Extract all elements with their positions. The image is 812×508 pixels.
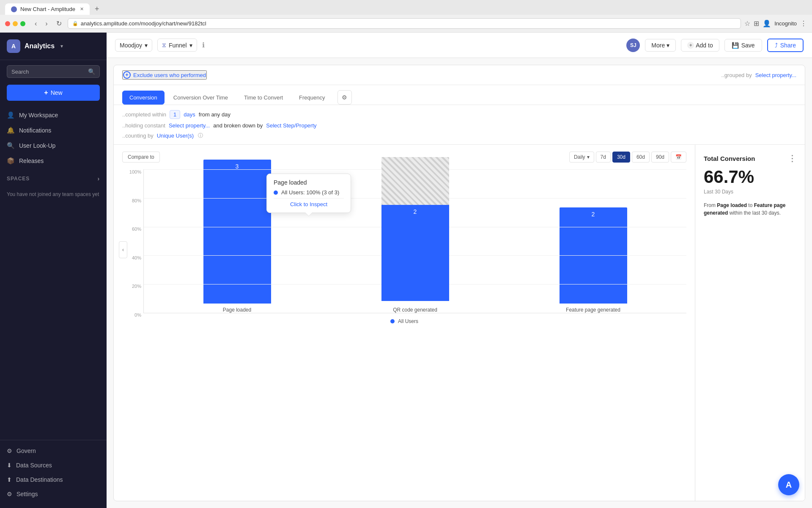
- select-property-button[interactable]: Select property...: [755, 72, 796, 78]
- exclude-label: Exclude users who performed: [133, 72, 206, 78]
- compare-to-button[interactable]: Compare to: [122, 152, 160, 163]
- app-name-chevron-icon[interactable]: ▾: [60, 43, 63, 49]
- calendar-button[interactable]: 📅: [671, 152, 686, 163]
- period-7d[interactable]: 7d: [596, 152, 611, 163]
- broken-down-label: and broken down by: [213, 122, 263, 129]
- period-90d[interactable]: 90d: [651, 152, 669, 163]
- bar-label-feature-page: Feature page generated: [566, 307, 620, 313]
- search-placeholder: Search: [11, 69, 85, 75]
- bar-label-qr-code: QR code generated: [393, 307, 437, 313]
- avatar[interactable]: SJ: [626, 39, 640, 52]
- bookmark-button[interactable]: ☆: [744, 19, 750, 28]
- unique-users-label[interactable]: Unique User(s): [157, 133, 194, 139]
- more-chevron-icon: ▾: [667, 42, 669, 49]
- sidebar-item-settings[interactable]: ⚙ Settings: [0, 487, 107, 501]
- profile-button[interactable]: 👤: [763, 19, 771, 28]
- save-label: Save: [741, 42, 755, 49]
- share-button[interactable]: ⤴ Share: [767, 39, 804, 52]
- bar-qr-solid[interactable]: 2: [381, 205, 449, 301]
- bar-page-loaded[interactable]: 3: [203, 160, 271, 304]
- new-tab-button[interactable]: +: [91, 5, 103, 14]
- save-button[interactable]: 💾 Save: [724, 39, 762, 52]
- holding-constant-select[interactable]: Select property...: [169, 122, 210, 129]
- bar-label-page-loaded: Page loaded: [223, 307, 251, 313]
- grouped-by-section: ..grouped by Select property...: [721, 72, 796, 78]
- main-content: Moodjoy ▾ ⧖ Funnel ▾ ℹ SJ More ▾ + Add t…: [107, 33, 812, 508]
- toolbar: Moodjoy ▾ ⧖ Funnel ▾ ℹ SJ More ▾ + Add t…: [107, 33, 812, 58]
- exclude-button[interactable]: + Exclude users who performed: [122, 70, 207, 80]
- url-text: analytics.amplitude.com/moodjoy/chart/ne…: [81, 20, 206, 27]
- tab-frequency[interactable]: Frequency: [292, 91, 332, 105]
- daily-select[interactable]: Daily ▾: [569, 152, 594, 163]
- tab-conversion-over-time[interactable]: Conversion Over Time: [166, 91, 235, 105]
- conversion-percent: 66.7%: [704, 167, 796, 187]
- sidebar-item-label: Releases: [19, 157, 44, 164]
- tab-time-to-convert[interactable]: Time to Convert: [237, 91, 290, 105]
- menu-button[interactable]: ⋮: [800, 19, 807, 28]
- tooltip-inspect-button[interactable]: Click to Inspect: [274, 198, 344, 207]
- minimize-traffic-light[interactable]: [13, 21, 18, 26]
- info-button[interactable]: ℹ: [202, 41, 205, 49]
- filter-bar: + Exclude users who performed ..grouped …: [114, 65, 805, 85]
- tab-close-button[interactable]: ✕: [80, 6, 84, 12]
- sidebar-item-my-workspace[interactable]: 👤 My Workspace: [0, 108, 107, 123]
- chart-nav-left[interactable]: ‹: [119, 241, 127, 258]
- back-button[interactable]: ‹: [32, 19, 39, 28]
- plus-icon: +: [44, 89, 48, 97]
- workspace-icon: 👤: [7, 111, 15, 119]
- sidebar-item-user-lookup[interactable]: 🔍 User Look-Up: [0, 138, 107, 153]
- options-bar: ..completed within 1 days from any day .…: [114, 105, 805, 145]
- chart-type-button[interactable]: ⧖ Funnel ▾: [157, 39, 197, 52]
- add-to-button[interactable]: + Add to: [681, 39, 719, 52]
- project-button[interactable]: Moodjoy ▾: [115, 39, 152, 52]
- lock-icon: 🔒: [72, 21, 78, 26]
- conversion-description: From Page loaded to Feature page generat…: [704, 202, 796, 217]
- forward-button[interactable]: ›: [43, 19, 50, 28]
- fab-icon: A: [786, 480, 792, 490]
- days-value[interactable]: 1: [170, 110, 180, 119]
- days-label[interactable]: days: [184, 111, 195, 118]
- completed-within-row: ..completed within 1 days from any day: [122, 110, 796, 119]
- legend-dot: [390, 319, 395, 323]
- amplitude-fab[interactable]: A: [778, 474, 799, 495]
- browser-chrome: New Chart - Amplitude ✕ +: [0, 0, 812, 15]
- bar-chart: ‹ 100% 80% 60% 40% 20% 0%: [122, 169, 686, 330]
- spaces-empty-message: You have not joined any team spaces yet: [0, 185, 107, 203]
- data-sources-icon: ⬇: [7, 462, 12, 469]
- search-box[interactable]: Search 🔍: [7, 65, 100, 78]
- tooltip: Page loaded All Users: 100% (3 of 3) Cli…: [266, 174, 351, 213]
- step-property-select[interactable]: Select Step/Property: [266, 122, 316, 129]
- extensions-button[interactable]: ⊞: [754, 19, 759, 28]
- spaces-expand-icon[interactable]: ›: [97, 175, 100, 182]
- reload-button[interactable]: ↻: [54, 19, 64, 28]
- period-30d[interactable]: 30d: [612, 152, 630, 163]
- sidebar-item-govern[interactable]: ⚙ Govern: [0, 444, 107, 458]
- releases-icon: 📦: [7, 157, 15, 165]
- conversion-panel: Total Conversion ⋮ 66.7% Last 30 Days Fr…: [695, 145, 805, 501]
- sidebar-nav: 👤 My Workspace 🔔 Notifications 🔍 User Lo…: [0, 106, 107, 440]
- viz-area: Compare to Daily ▾ 7d 30d: [114, 145, 805, 501]
- tab-conversion[interactable]: Conversion: [122, 91, 165, 105]
- new-button[interactable]: + New: [7, 85, 100, 101]
- data-sources-label: Data Sources: [16, 462, 52, 469]
- amplitude-logo: A: [7, 39, 20, 53]
- sidebar-item-data-destinations[interactable]: ⬆ Data Destinations: [0, 472, 107, 487]
- y-label-80: 80%: [122, 198, 141, 203]
- sidebar-item-notifications[interactable]: 🔔 Notifications: [0, 123, 107, 138]
- close-traffic-light[interactable]: [5, 21, 10, 26]
- period-60d[interactable]: 60d: [632, 152, 650, 163]
- chart-left: Compare to Daily ▾ 7d 30d: [114, 145, 695, 501]
- bars-container: 3 Page loaded 2: [143, 169, 686, 313]
- conversion-period: Last 30 Days: [704, 189, 796, 195]
- chart-settings-button[interactable]: ⚙: [337, 90, 352, 105]
- more-button[interactable]: More ▾: [645, 39, 676, 52]
- maximize-traffic-light[interactable]: [20, 21, 25, 26]
- address-bar[interactable]: 🔒 analytics.amplitude.com/moodjoy/chart/…: [68, 18, 741, 29]
- sidebar-item-releases[interactable]: 📦 Releases: [0, 153, 107, 168]
- share-icon: ⤴: [775, 42, 778, 49]
- sidebar-item-label: Notifications: [19, 127, 51, 134]
- spaces-section: SPACES ›: [0, 168, 107, 185]
- browser-tab-active[interactable]: New Chart - Amplitude ✕: [5, 3, 90, 15]
- conversion-more-button[interactable]: ⋮: [788, 153, 796, 163]
- sidebar-item-data-sources[interactable]: ⬇ Data Sources: [0, 458, 107, 472]
